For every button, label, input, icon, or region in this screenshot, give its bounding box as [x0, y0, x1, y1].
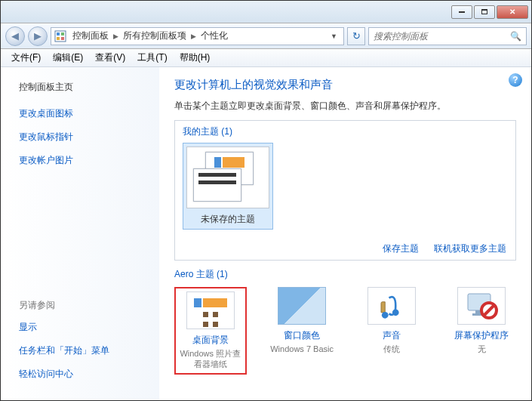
page-description: 单击某个主题立即更改桌面背景、窗口颜色、声音和屏幕保护程序。	[174, 100, 516, 113]
sidebar-task-desktop-icons[interactable]: 更改桌面图标	[19, 107, 150, 120]
control-panel-icon	[54, 30, 66, 42]
navigation-bar: ◀ ▶ 控制面板 ▶ 所有控制面板项 ▶ 个性化 ▼ ↻ 🔍	[1, 23, 531, 49]
breadcrumb-mid[interactable]: 所有控制面板项	[121, 29, 188, 42]
sidebar: 控制面板主页 更改桌面图标 更改鼠标指针 更改帐户图片 另请参阅 显示 任务栏和…	[1, 67, 159, 400]
svg-point-5	[382, 312, 389, 319]
chevron-right-icon[interactable]: ▶	[188, 32, 199, 40]
option-subtitle: 传统	[358, 344, 426, 354]
chevron-right-icon[interactable]: ▶	[110, 32, 121, 40]
sidebar-task-account-picture[interactable]: 更改帐户图片	[19, 154, 150, 167]
option-title: 屏幕保护程序	[447, 329, 516, 342]
my-themes-group: 我的主题 (1) 未保存的主题 保存主题 联机获取更多主题	[174, 120, 516, 261]
my-themes-label: 我的主题 (1)	[183, 125, 508, 138]
breadcrumb-root[interactable]: 控制面板	[71, 29, 110, 42]
save-theme-link[interactable]: 保存主题	[383, 242, 419, 255]
personalization-options-row: 桌面背景 Windows 照片查看器墙纸 窗口颜色 Windows 7 Basi…	[174, 287, 516, 375]
theme-name-label: 未保存的主题	[186, 213, 269, 226]
option-subtitle: 无	[447, 344, 516, 354]
control-panel-home-link[interactable]: 控制面板主页	[19, 81, 150, 94]
see-also-heading: 另请参阅	[19, 299, 150, 312]
back-button[interactable]: ◀	[5, 26, 25, 46]
option-desktop-background[interactable]: 桌面背景 Windows 照片查看器墙纸	[174, 287, 247, 375]
search-input[interactable]	[374, 31, 510, 42]
option-screensaver[interactable]: 屏幕保护程序 无	[447, 287, 516, 375]
aero-themes-label: Aero 主题 (1)	[174, 268, 516, 281]
svg-rect-4	[61, 37, 64, 40]
sidebar-task-mouse-pointers[interactable]: 更改鼠标指针	[19, 131, 150, 143]
menu-bar: 文件(F) 编辑(E) 查看(V) 工具(T) 帮助(H)	[1, 49, 531, 67]
option-title: 窗口颜色	[268, 329, 337, 342]
menu-help[interactable]: 帮助(H)	[174, 50, 217, 66]
svg-rect-2	[61, 32, 64, 35]
svg-rect-1	[57, 32, 60, 35]
address-dropdown-icon[interactable]: ▼	[328, 32, 340, 40]
menu-tools[interactable]: 工具(T)	[131, 50, 173, 66]
window-titlebar: ✕	[1, 1, 531, 23]
theme-actions: 保存主题 联机获取更多主题	[383, 242, 506, 255]
menu-file[interactable]: 文件(F)	[5, 50, 47, 66]
sounds-thumbnail	[367, 287, 416, 325]
option-subtitle: Windows 照片查看器墙纸	[177, 348, 244, 370]
content-pane: ? 更改计算机上的视觉效果和声音 单击某个主题立即更改桌面背景、窗口颜色、声音和…	[159, 67, 531, 400]
theme-tile-unsaved[interactable]: 未保存的主题	[183, 143, 273, 230]
theme-thumbnail	[186, 147, 269, 208]
svg-rect-3	[57, 37, 60, 40]
address-bar[interactable]: 控制面板 ▶ 所有控制面板项 ▶ 个性化 ▼	[51, 27, 344, 45]
get-more-themes-link[interactable]: 联机获取更多主题	[434, 242, 506, 255]
breadcrumb-leaf[interactable]: 个性化	[199, 29, 229, 42]
option-subtitle: Windows 7 Basic	[268, 344, 337, 354]
menu-edit[interactable]: 编辑(E)	[47, 50, 89, 66]
see-also-display[interactable]: 显示	[19, 321, 150, 334]
option-title: 声音	[358, 329, 426, 342]
search-icon: 🔍	[510, 31, 521, 42]
close-button[interactable]: ✕	[497, 5, 528, 19]
help-icon[interactable]: ?	[509, 73, 522, 87]
option-window-color[interactable]: 窗口颜色 Windows 7 Basic	[268, 287, 337, 375]
svg-point-6	[392, 309, 399, 316]
window-color-thumbnail	[278, 287, 326, 325]
refresh-button[interactable]: ↻	[347, 27, 365, 45]
option-sounds[interactable]: 声音 传统	[358, 287, 426, 375]
search-box[interactable]: 🔍	[368, 27, 527, 45]
maximize-button[interactable]	[474, 5, 495, 19]
option-title: 桌面背景	[177, 334, 244, 347]
see-also-ease-of-access[interactable]: 轻松访问中心	[19, 368, 150, 381]
page-title: 更改计算机上的视觉效果和声音	[174, 78, 516, 92]
see-also-taskbar[interactable]: 任务栏和「开始」菜单	[19, 344, 150, 357]
screensaver-thumbnail	[457, 287, 506, 325]
desktop-background-thumbnail	[186, 291, 235, 329]
body: 控制面板主页 更改桌面图标 更改鼠标指针 更改帐户图片 另请参阅 显示 任务栏和…	[1, 67, 531, 400]
minimize-button[interactable]	[451, 5, 472, 19]
menu-view[interactable]: 查看(V)	[89, 50, 131, 66]
forward-button[interactable]: ▶	[28, 26, 48, 46]
